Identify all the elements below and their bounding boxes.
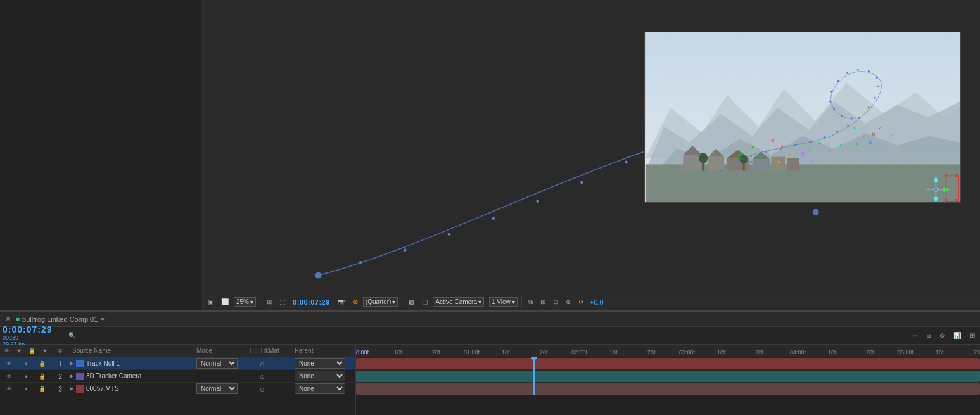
layer-2-parent-select[interactable]: None: [295, 371, 345, 381]
layer-1-name-area: Track Null 1: [76, 360, 194, 367]
ruler-mark-05: 05:00f: [898, 349, 913, 357]
sep-2: [402, 297, 402, 307]
viewer-area: × × × × × × × × × × × ×: [203, 0, 980, 310]
svg-text:×: ×: [751, 144, 754, 150]
expand-icon: ⊞: [267, 298, 272, 305]
svg-text:×: ×: [777, 159, 780, 165]
layer-3-parent-select[interactable]: None: [295, 383, 345, 394]
layer-1-parent[interactable]: None: [292, 358, 355, 369]
ruler-mark-03-20f: 20f: [755, 349, 763, 357]
trkmat-col-header: TrkMat: [257, 347, 292, 354]
shy-icon-1[interactable]: ●: [25, 361, 28, 367]
view-options-btn[interactable]: ⬜: [219, 297, 231, 307]
svg-point-92: [857, 69, 859, 71]
svg-point-96: [829, 101, 831, 103]
layer-2-num: 2: [51, 373, 70, 380]
timeline-ruler: 0:00f 10f 20f 01:00f 10f 20f 02:00f 10f …: [356, 345, 980, 357]
always-preview-btn[interactable]: ▣: [205, 297, 216, 307]
guides-icon: ⊡: [553, 298, 558, 305]
track-bar-3: [356, 383, 980, 395]
transfer-controls-btn[interactable]: ⧉: [526, 297, 535, 307]
shy-icon-3[interactable]: ●: [25, 386, 28, 392]
comp-flow-btn[interactable]: ↔: [909, 331, 920, 340]
eye-icon-1[interactable]: 👁: [5, 359, 14, 368]
ruler-marks: 0:00f 10f 20f 01:00f 10f 20f 02:00f 10f …: [356, 345, 980, 357]
camera-btn[interactable]: 📷: [335, 297, 348, 307]
ruler-mark-01-10f: 10f: [502, 349, 510, 357]
quality-dropdown[interactable]: (Quarter) ▾: [363, 297, 398, 307]
reset-exposure-btn[interactable]: ↺: [576, 297, 586, 307]
lock-icon-1[interactable]: 🔒: [39, 361, 46, 367]
flow-icon: ↔: [912, 332, 918, 339]
shy-icon-2[interactable]: ●: [25, 373, 28, 380]
layer-row-1[interactable]: 👁 ● 🔒 1 ▶ Track Null 1 Normal: [0, 357, 355, 370]
comp-settings-btn[interactable]: ⊞: [967, 331, 977, 340]
t-header-text: T: [249, 347, 253, 354]
color-wheel-btn[interactable]: ⊛: [350, 297, 360, 307]
svg-text:×: ×: [758, 154, 761, 160]
lock-icon-3[interactable]: 🔒: [39, 386, 46, 392]
mode-header-text: Mode: [196, 347, 212, 354]
layer-row-2[interactable]: 👁 ● 🔒 2 ▶ 3D Tracker Camera: [0, 370, 355, 383]
ruler-mark-03: 03:00f: [679, 349, 695, 357]
close-comp-tab[interactable]: ✕: [5, 315, 11, 323]
channels-btn[interactable]: ⊕: [563, 297, 573, 307]
expand-2[interactable]: ▶: [70, 373, 76, 379]
view-count-value: 1 View: [492, 298, 511, 305]
layer-list-header: 👁 ☀ 🔒 ✦ # Source Name Mode: [0, 345, 355, 357]
ruler-mark-10f: 10f: [394, 349, 402, 357]
pixel-ratio-btn[interactable]: ⬚: [277, 297, 288, 307]
layer-row-3[interactable]: 👁 ● 🔒 3 ▶ 00057.MTS Normal: [0, 383, 355, 395]
layer-1-mode[interactable]: Normal: [194, 358, 245, 369]
exposure-value: +0.0: [590, 298, 604, 306]
extra-col-icon: ✦: [42, 348, 48, 354]
draft-3d-btn[interactable]: ⧈: [924, 331, 933, 341]
layer-3-mode-select[interactable]: Normal: [196, 383, 238, 394]
camera-icon: 📷: [338, 298, 345, 305]
view-count-dropdown[interactable]: 1 View ▾: [489, 297, 518, 307]
lock-icon-2[interactable]: 🔒: [39, 373, 46, 380]
fit-to-screen-btn[interactable]: ⊞: [264, 297, 274, 307]
svg-text:×: ×: [796, 141, 799, 147]
svg-text:×: ×: [878, 125, 881, 131]
layer-1-mode-select[interactable]: Normal: [196, 358, 238, 369]
viewer-toolbar: ▣ ⬜ 25% ▾ ⊞ ⬚ 0:00:07: [203, 293, 980, 310]
layer-1-name: Track Null 1: [86, 360, 120, 367]
layer-1-parent-select[interactable]: None: [295, 358, 345, 369]
graph-editor-btn[interactable]: 📊: [951, 331, 964, 340]
layer-1-trkmat: ⊙: [257, 360, 292, 367]
eye-icon-2[interactable]: 👁: [5, 372, 14, 381]
svg-point-77: [735, 162, 737, 163]
track-rows: [356, 357, 980, 395]
svg-point-87: [868, 107, 870, 109]
svg-rect-38: [708, 157, 724, 171]
ruler-mark-04-20f: 20f: [866, 349, 874, 357]
trkmat-icon-1: ⊙: [260, 361, 265, 367]
channels-icon: ⊕: [566, 298, 571, 305]
search-icon: 🔍: [68, 332, 76, 339]
region-btn[interactable]: ▢: [419, 297, 430, 307]
guides-btn[interactable]: ⊡: [550, 297, 561, 307]
search-btn[interactable]: 🔍: [66, 331, 79, 340]
layer-3-parent[interactable]: None: [292, 383, 355, 394]
playhead[interactable]: [533, 357, 535, 395]
grid-btn[interactable]: ⊞: [538, 297, 548, 307]
layer-3-mode[interactable]: Normal: [194, 383, 245, 394]
svg-text:×: ×: [818, 140, 822, 146]
timeline-header: ✕ ■ bullfrog Linked Comp 01 ≡: [0, 312, 980, 327]
layer-2-parent[interactable]: None: [292, 371, 355, 381]
expand-1[interactable]: ▶: [70, 361, 76, 366]
camera-dropdown[interactable]: Active Camera ▾: [433, 297, 484, 307]
svg-rect-107: [945, 199, 947, 201]
comp-tab[interactable]: ■ bullfrog Linked Comp 01 ≡: [16, 316, 105, 323]
zoom-dropdown[interactable]: 25% ▾: [234, 297, 256, 307]
eye-icon-3[interactable]: 👁: [5, 385, 14, 393]
comp-tab-name: bullfrog Linked Comp 01: [22, 316, 98, 323]
transparency-btn[interactable]: ▩: [406, 297, 417, 307]
layer-3-name: 00057.MTS: [86, 385, 119, 392]
motion-blur-btn[interactable]: ⊚: [937, 331, 947, 340]
svg-text:×: ×: [869, 139, 872, 146]
expand-3[interactable]: ▶: [70, 386, 76, 392]
left-panel: [0, 0, 203, 310]
timecode-display: 0:00:07:29 00239 29.97 fps: [3, 324, 60, 347]
